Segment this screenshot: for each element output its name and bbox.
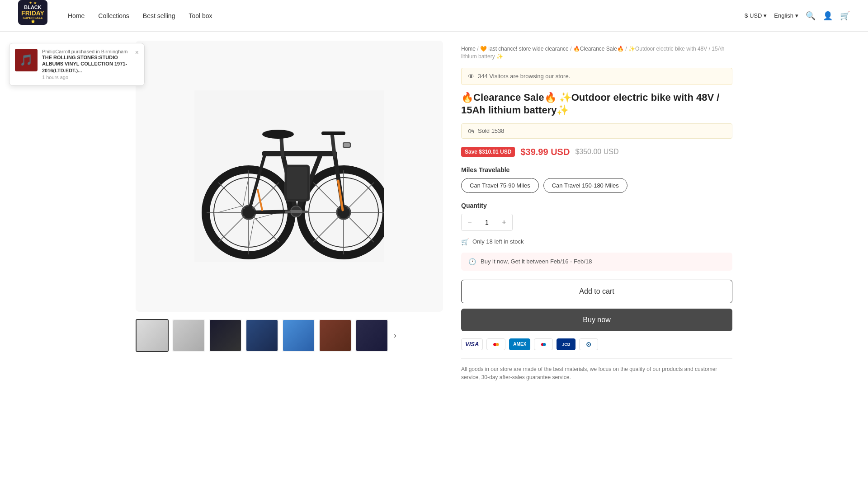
visitors-banner: 👁 344 Visitors are browsing our store.: [461, 68, 732, 85]
current-price: $39.99 USD: [520, 147, 570, 157]
currency-label: $ USD: [745, 12, 762, 19]
site-header: ★ ★ BLACK FRIDAY SUPER SALE ⭐ Home Colle…: [0, 0, 868, 32]
notification-user: PhillipCarroll purchased in Birmingham: [42, 49, 131, 54]
product-title: 🔥Clearance Sale🔥 ✨Outdoor electric bike …: [461, 91, 732, 117]
visitors-text: 344 Visitors are browsing our store.: [478, 73, 570, 80]
svg-line-37: [332, 136, 335, 156]
notification-image: 🎵: [15, 49, 38, 71]
product-image-svg: [194, 90, 384, 262]
cart-icon[interactable]: 🛒: [840, 11, 850, 21]
svg-rect-40: [344, 143, 350, 147]
quantity-section: Quantity − +: [461, 202, 732, 231]
delivery-clock-icon: 🕐: [468, 258, 476, 265]
thumbnail-2[interactable]: [172, 319, 205, 352]
notification-product: THE ROLLING STONES:STUDIO ALBUMS VINYL C…: [42, 54, 131, 74]
quantity-control: − +: [461, 214, 513, 231]
thumbnail-5[interactable]: [282, 319, 315, 352]
miles-option-buttons: Can Travel 75-90 Miles Can Travel 150-18…: [461, 178, 732, 193]
quantity-decrease-button[interactable]: −: [462, 214, 478, 230]
miles-option-150-180[interactable]: Can Travel 150-180 Miles: [543, 178, 627, 193]
product-info: Home / 🧡 last chance! store wide clearan…: [461, 41, 732, 381]
stock-text: Only 18 left in stock: [472, 238, 524, 245]
price-section: Save $310.01 USD $39.99 USD $350.00 USD: [461, 147, 732, 157]
notification-content: PhillipCarroll purchased in Birmingham T…: [42, 49, 131, 80]
bag-icon: 🛍: [468, 127, 474, 135]
payment-maestro-icon: ●●: [534, 338, 553, 350]
search-icon[interactable]: 🔍: [806, 11, 816, 21]
miles-option-section: Miles Travelable Can Travel 75-90 Miles …: [461, 166, 732, 193]
stock-info: 🛒 Only 18 left in stock: [461, 238, 732, 245]
quantity-input[interactable]: [478, 219, 496, 226]
language-label: English: [774, 12, 793, 19]
thumbnail-4[interactable]: [245, 319, 278, 352]
thumbnail-6[interactable]: [319, 319, 352, 352]
notification-close-button[interactable]: ×: [135, 49, 139, 56]
thumbnail-next-button[interactable]: ›: [392, 329, 398, 342]
svg-point-36: [262, 130, 294, 139]
language-chevron-icon: ▾: [795, 12, 798, 19]
payment-visa-icon: VISA: [461, 338, 483, 350]
currency-chevron-icon: ▾: [764, 12, 767, 19]
thumbnail-1[interactable]: [136, 319, 169, 352]
breadcrumb: Home / 🧡 last chance! store wide clearan…: [461, 45, 732, 61]
eye-icon: 👁: [468, 73, 474, 80]
logo-friday-text: FRIDAY: [21, 10, 44, 16]
nav-best-selling[interactable]: Best selling: [143, 12, 175, 19]
payment-amex-icon: AMEX: [509, 338, 530, 350]
stock-cart-icon: 🛒: [461, 238, 469, 245]
delivery-info: 🕐 Buy it now, Get it between Feb/16 - Fe…: [461, 253, 732, 271]
breadcrumb-sale[interactable]: 🧡 last chance! store wide clearance: [480, 46, 569, 52]
nav-collections[interactable]: Collections: [98, 12, 129, 19]
payment-mastercard-icon: ●●: [486, 338, 505, 350]
add-to-cart-button[interactable]: Add to cart: [461, 280, 732, 303]
notification-time: 1 hours ago: [42, 75, 131, 80]
notification-popup: 🎵 PhillipCarroll purchased in Birmingham…: [9, 43, 145, 86]
miles-option-label: Miles Travelable: [461, 166, 732, 174]
sold-count-text: Sold 1538: [478, 127, 505, 134]
miles-option-75-90[interactable]: Can Travel 75-90 Miles: [461, 178, 539, 193]
sold-count-banner: 🛍 Sold 1538: [461, 123, 732, 139]
svg-rect-34: [287, 167, 307, 199]
breadcrumb-sep-2: /: [570, 46, 573, 52]
save-badge: Save $310.01 USD: [461, 147, 515, 157]
original-price: $350.00 USD: [575, 148, 618, 156]
payment-icons: VISA ●● AMEX ●● JCB ⊙: [461, 338, 732, 350]
logo-super-text: SUPER SALE: [23, 16, 43, 19]
nav-tool-box[interactable]: Tool box: [189, 12, 212, 19]
nav-home[interactable]: Home: [68, 12, 85, 19]
thumbnail-row: ›: [136, 319, 443, 352]
thumbnail-3[interactable]: [209, 319, 242, 352]
breadcrumb-sep-3: /: [625, 46, 628, 52]
delivery-text: Buy it now, Get it between Feb/16 - Feb/…: [481, 258, 592, 265]
svg-rect-45: [302, 211, 308, 213]
main-content: › Home / 🧡 last chance! store wide clear…: [118, 32, 750, 390]
product-gallery: ›: [136, 41, 443, 381]
quantity-increase-button[interactable]: +: [496, 214, 512, 230]
breadcrumb-home[interactable]: Home: [461, 46, 476, 52]
user-icon[interactable]: 👤: [823, 11, 833, 21]
language-selector[interactable]: English ▾: [774, 12, 798, 19]
breadcrumb-clearance[interactable]: 🔥Clearance Sale🔥: [573, 46, 624, 52]
buy-now-button[interactable]: Buy now: [461, 309, 732, 331]
currency-selector[interactable]: $ USD ▾: [745, 12, 767, 19]
payment-diners-icon: ⊙: [579, 338, 598, 350]
payment-jcb-icon: JCB: [557, 338, 576, 350]
guarantee-text: All goods in our store are made of the b…: [461, 358, 732, 381]
svg-rect-44: [285, 211, 291, 213]
header-left: ★ ★ BLACK FRIDAY SUPER SALE ⭐ Home Colle…: [18, 0, 212, 32]
main-nav: Home Collections Best selling Tool box: [68, 12, 212, 19]
logo[interactable]: ★ ★ BLACK FRIDAY SUPER SALE ⭐: [18, 0, 50, 32]
header-right: $ USD ▾ English ▾ 🔍 👤 🛒: [745, 11, 850, 21]
thumbnail-7[interactable]: [355, 319, 388, 352]
main-product-image: [136, 41, 443, 312]
quantity-label: Quantity: [461, 202, 732, 209]
